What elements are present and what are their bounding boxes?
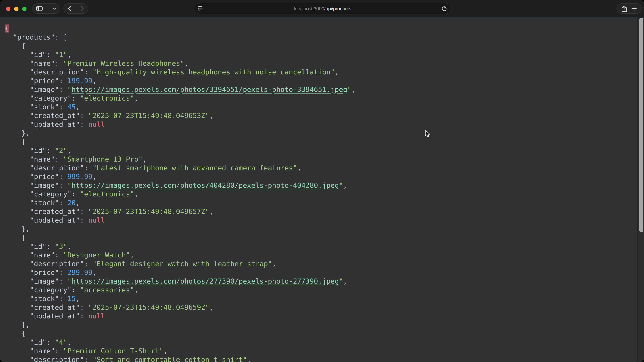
scrollbar-thumb[interactable]	[639, 18, 643, 232]
url-host: localhost:3000	[294, 6, 324, 11]
browser-toolbar: localhost:3000/api/products	[0, 0, 644, 17]
json-response-body: { "products": [ { "id": "1", "name": "Pr…	[0, 17, 644, 362]
share-icon	[622, 5, 627, 12]
safari-window: localhost:3000/api/products	[0, 0, 644, 362]
sidebar-icon	[36, 6, 42, 11]
share-button[interactable]	[622, 5, 627, 12]
url-path: /api/products	[324, 6, 351, 11]
navigation-button-group	[64, 3, 88, 14]
forward-button[interactable]	[80, 6, 84, 11]
chevron-down-icon	[53, 7, 56, 10]
sidebar-button-group	[32, 3, 60, 14]
close-window-button[interactable]	[6, 6, 10, 11]
reload-button[interactable]	[442, 6, 447, 11]
new-tab-button[interactable]	[632, 6, 636, 11]
back-button[interactable]	[68, 6, 71, 11]
zoom-window-button[interactable]	[22, 6, 26, 11]
address-bar[interactable]: localhost:3000/api/products	[194, 3, 451, 14]
nav-divider	[76, 5, 76, 11]
reload-icon	[442, 6, 447, 11]
scrollbar-track[interactable]	[637, 17, 644, 362]
json-viewer: { "products": [ { "id": "1", "name": "Pr…	[0, 17, 644, 362]
toggle-sidebar-button[interactable]	[36, 6, 42, 11]
chevron-left-icon	[68, 6, 71, 11]
url-text: localhost:3000/api/products	[194, 6, 451, 11]
sidebar-menu-button[interactable]	[53, 7, 56, 10]
plus-icon	[632, 6, 636, 11]
screen: localhost:3000/api/products	[0, 0, 644, 362]
chevron-right-icon	[80, 6, 84, 11]
minimize-window-button[interactable]	[14, 6, 18, 11]
toolbar-actions-group	[616, 3, 642, 14]
